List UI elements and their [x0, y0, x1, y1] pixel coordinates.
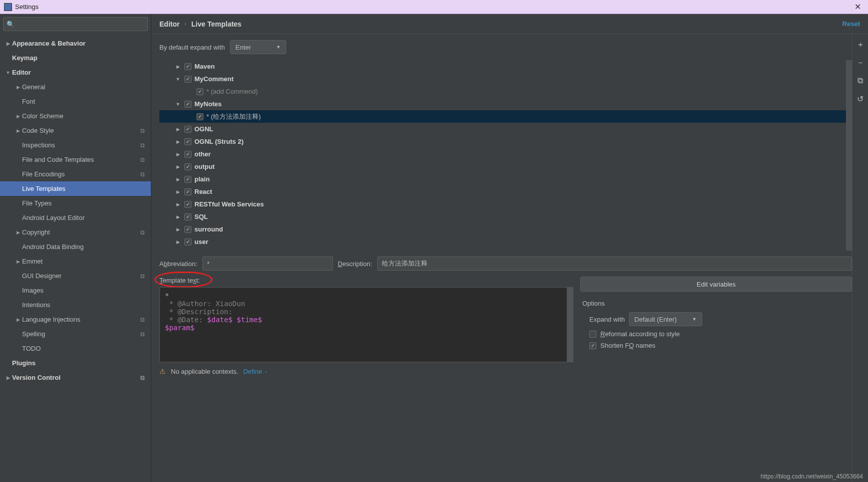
template-label: React: [194, 188, 212, 195]
triangle-icon: ▶: [4, 41, 12, 46]
sidebar-item-label: GUI Designer: [22, 272, 62, 280]
reformat-checkbox[interactable]: [589, 331, 596, 338]
window-title: Settings: [15, 3, 39, 11]
sidebar-item[interactable]: ▶Appearance & Behavior: [0, 36, 151, 51]
expand-with-dropdown[interactable]: Default (Enter) ▼: [629, 312, 702, 326]
abbreviation-input[interactable]: [202, 257, 333, 271]
template-row[interactable]: ▶✓SQL: [159, 210, 846, 223]
template-row[interactable]: ▶✓RESTful Web Services: [159, 198, 846, 210]
triangle-icon: ▶: [174, 239, 181, 245]
crumb-root[interactable]: Editor: [159, 20, 179, 28]
sidebar-item[interactable]: ▼Editor: [0, 65, 151, 80]
expand-dropdown[interactable]: Enter ▼: [230, 40, 286, 54]
sidebar-item[interactable]: ▶Emmet: [0, 254, 151, 269]
shorten-checkbox[interactable]: ✓: [589, 342, 596, 349]
copy-icon: ⧉: [140, 273, 145, 280]
template-row[interactable]: ▶✓other: [159, 148, 846, 160]
template-checkbox[interactable]: ✓: [184, 163, 191, 170]
template-row[interactable]: ▶✓output: [159, 160, 846, 173]
expand-value: Enter: [236, 44, 251, 51]
template-row[interactable]: ▶✓Maven: [159, 60, 846, 73]
template-row[interactable]: ▼✓MyComment: [159, 73, 846, 85]
remove-button[interactable]: －: [855, 57, 866, 68]
edit-variables-button[interactable]: EEdit variablesdit variables: [580, 277, 852, 292]
sidebar-item-label: Live Templates: [22, 185, 65, 192]
sidebar-item-label: Color Scheme: [22, 112, 63, 120]
template-checkbox[interactable]: ✓: [184, 213, 191, 220]
template-checkbox[interactable]: ✓: [184, 126, 191, 133]
sidebar-item[interactable]: Plugins: [0, 356, 151, 370]
reset-link[interactable]: Reset: [842, 20, 860, 28]
watermark: https://blog.csdn.net/weixin_45053664: [761, 473, 863, 480]
template-checkbox[interactable]: ✓: [196, 113, 203, 120]
sidebar-item[interactable]: Font: [0, 94, 151, 109]
template-checkbox[interactable]: ✓: [184, 138, 191, 145]
triangle-icon: ▶: [174, 64, 181, 69]
template-checkbox[interactable]: ✓: [184, 188, 191, 195]
template-label: RESTful Web Services: [194, 200, 264, 208]
triangle-icon: ▼: [4, 70, 12, 75]
triangle-icon: ▶: [14, 114, 22, 119]
template-checkbox[interactable]: ✓: [196, 88, 203, 95]
sidebar-item[interactable]: Live Templates: [0, 181, 151, 196]
copy-icon: ⧉: [140, 331, 145, 338]
sidebar-item[interactable]: Android Layout Editor: [0, 210, 151, 225]
template-row[interactable]: ▶✓surround: [159, 223, 846, 235]
triangle-icon: ▶: [174, 164, 181, 169]
restore-button[interactable]: ↺: [855, 93, 866, 104]
template-row[interactable]: ▶✓OGNL (Struts 2): [159, 135, 846, 148]
add-button[interactable]: ＋: [855, 39, 866, 50]
sidebar-item[interactable]: Inspections⧉: [0, 138, 151, 152]
search-input[interactable]: 🔍: [3, 17, 148, 31]
template-checkbox[interactable]: ✓: [184, 226, 191, 233]
sidebar-item[interactable]: ▶General: [0, 80, 151, 94]
sidebar-item[interactable]: Images: [0, 283, 151, 298]
templates-tree[interactable]: ▶✓Maven▼✓MyComment✓* (add Commend)▼✓MyNo…: [159, 60, 846, 251]
template-row[interactable]: ▶✓OGNL: [159, 123, 846, 135]
sidebar-item[interactable]: File Types: [0, 196, 151, 210]
sidebar-item[interactable]: File Encodings⧉: [0, 167, 151, 181]
template-checkbox[interactable]: ✓: [184, 63, 191, 70]
scrollbar[interactable]: [846, 60, 852, 251]
template-row[interactable]: ▶✓plain: [159, 173, 846, 185]
template-row[interactable]: ✓* (add Commend): [159, 85, 846, 98]
sidebar-item[interactable]: ▶Language Injections⧉: [0, 312, 151, 327]
sidebar-item[interactable]: ▶Version Control⧉: [0, 370, 151, 385]
sidebar-item[interactable]: File and Code Templates⧉: [0, 152, 151, 167]
sidebar-item-label: Android Data Binding: [22, 243, 84, 251]
sidebar-item[interactable]: Intentions: [0, 298, 151, 312]
template-row[interactable]: ✓* (给方法添加注释): [159, 110, 846, 123]
template-row[interactable]: ▶✓React: [159, 185, 846, 198]
editor-scrollbar[interactable]: [567, 288, 573, 362]
warning-icon: ⚠: [159, 367, 166, 375]
sidebar-item[interactable]: ▶Color Scheme: [0, 109, 151, 123]
description-input[interactable]: [377, 257, 852, 271]
sidebar-item[interactable]: GUI Designer⧉: [0, 269, 151, 283]
sidebar-item[interactable]: TODO: [0, 341, 151, 356]
template-text-editor[interactable]: * * @Author: XiaoDun * @Description: * @…: [159, 287, 573, 362]
template-checkbox[interactable]: ✓: [184, 238, 191, 246]
template-checkbox[interactable]: ✓: [184, 101, 191, 108]
template-checkbox[interactable]: ✓: [184, 176, 191, 183]
template-label: SQL: [194, 213, 208, 220]
sidebar-item[interactable]: Spelling⧉: [0, 327, 151, 341]
chevron-down-icon: ▼: [276, 45, 281, 50]
template-label: surround: [194, 225, 223, 233]
sidebar-item[interactable]: Android Data Binding: [0, 239, 151, 254]
duplicate-button[interactable]: ⧉: [855, 75, 866, 86]
template-label: OGNL (Struts 2): [194, 138, 244, 145]
triangle-icon: ▶: [174, 152, 181, 157]
template-row[interactable]: ▼✓MyNotes: [159, 98, 846, 110]
main-header: Editor › Live Templates Reset: [151, 14, 868, 34]
template-checkbox[interactable]: ✓: [184, 151, 191, 158]
options-title: Options: [582, 300, 852, 307]
template-checkbox[interactable]: ✓: [184, 76, 191, 83]
sidebar-item[interactable]: Keymap: [0, 51, 151, 65]
define-link[interactable]: Define ⌄: [243, 368, 268, 375]
template-label: output: [194, 163, 214, 170]
sidebar-item[interactable]: ▶Code Style⧉: [0, 123, 151, 138]
template-row[interactable]: ▶✓user: [159, 235, 846, 248]
template-checkbox[interactable]: ✓: [184, 201, 191, 208]
close-icon[interactable]: ✕: [851, 1, 864, 13]
sidebar-item[interactable]: ▶Copyright⧉: [0, 225, 151, 239]
